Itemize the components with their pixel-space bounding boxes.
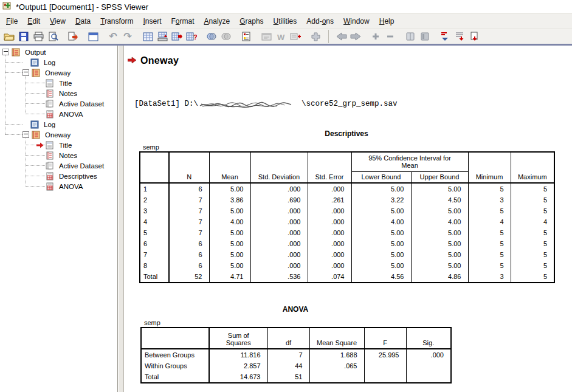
anova-output: ANOVA semp Sum of Squares df Mean Square… bbox=[140, 305, 450, 383]
goto-data-icon[interactable] bbox=[170, 30, 184, 43]
tree-connector bbox=[26, 83, 45, 83]
undo-icon[interactable]: ↶ bbox=[106, 30, 120, 43]
collapse-icon[interactable] bbox=[383, 30, 398, 43]
row-label-cell: 6 bbox=[140, 238, 169, 249]
select-last-output-icon[interactable] bbox=[288, 30, 303, 43]
tree-item-anova[interactable]: ANOVA bbox=[0, 109, 117, 119]
dataset-path-text[interactable]: [DataSet1] D:\\score52_grp_semp.sav bbox=[134, 100, 572, 108]
tree-item-label: Notes bbox=[58, 152, 78, 159]
value-cell: 3.86 bbox=[209, 194, 250, 205]
tree-item-title[interactable]: Title bbox=[0, 78, 117, 88]
menu-help[interactable]: Help bbox=[374, 15, 399, 27]
value-cell: 4.56 bbox=[351, 271, 411, 283]
designate-window-icon[interactable] bbox=[308, 30, 323, 43]
tree-item-label: Active Dataset bbox=[58, 162, 105, 170]
forward-icon[interactable] bbox=[348, 30, 363, 43]
tree-item-oneway[interactable]: Oneway bbox=[0, 67, 117, 78]
export-output-icon[interactable] bbox=[66, 30, 80, 43]
anova-layer-label: semp bbox=[140, 319, 450, 326]
menu-graphs[interactable]: Graphs bbox=[235, 15, 268, 27]
table-row: 865.00.000.0005.005.0055 bbox=[140, 260, 554, 271]
value-cell: 5 bbox=[468, 238, 511, 249]
toolbar-group bbox=[86, 30, 100, 43]
row-label-cell: 4 bbox=[140, 216, 169, 227]
value-cell: 4 bbox=[468, 216, 511, 227]
tree-item-log[interactable]: Log bbox=[0, 119, 117, 129]
menu-transform[interactable]: Transform bbox=[95, 15, 138, 27]
tree-item-active-dataset[interactable]: Active Dataset bbox=[0, 98, 117, 109]
weight-cases-icon[interactable]: W bbox=[274, 30, 288, 43]
pane-splitter[interactable] bbox=[118, 46, 124, 392]
value-cell: .000 bbox=[308, 249, 351, 260]
redo-icon[interactable]: ↷ bbox=[120, 30, 135, 43]
insert-heading-icon[interactable] bbox=[452, 30, 467, 43]
show-output-icon[interactable] bbox=[403, 30, 418, 43]
recall-dialogs-icon[interactable] bbox=[86, 30, 100, 43]
goto-case-icon[interactable] bbox=[155, 30, 170, 43]
anova-table[interactable]: Sum of Squares df Mean Square F Sig. Bet… bbox=[140, 327, 452, 383]
menu-edit[interactable]: Edit bbox=[22, 15, 45, 27]
menu-analyze[interactable]: Analyze bbox=[199, 15, 235, 27]
value-cell: 25.995 bbox=[364, 349, 406, 360]
menu-insert[interactable]: Insert bbox=[138, 15, 166, 27]
current-item-arrow-icon bbox=[128, 57, 137, 64]
hide-output-icon[interactable] bbox=[418, 30, 432, 43]
split-file-icon[interactable] bbox=[259, 30, 274, 43]
value-cell: 6 bbox=[169, 260, 209, 271]
book-icon bbox=[32, 131, 41, 139]
collapse-expander-icon[interactable] bbox=[22, 131, 29, 138]
menu-utilities[interactable]: Utilities bbox=[269, 15, 302, 27]
back-icon[interactable] bbox=[334, 30, 348, 43]
output-pane: Oneway [DataSet1] D:\\score52_grp_semp.s… bbox=[124, 46, 572, 392]
collapse-expander-icon[interactable] bbox=[22, 69, 29, 76]
menu-window[interactable]: Window bbox=[339, 15, 374, 27]
tree-item-notes[interactable]: Notes bbox=[0, 88, 117, 98]
insert-text-icon[interactable] bbox=[467, 30, 481, 43]
tree-item-log[interactable]: Log bbox=[0, 57, 117, 67]
print-icon[interactable] bbox=[31, 30, 46, 43]
tree-item-label: ANOVA bbox=[58, 183, 84, 190]
dataset-icon bbox=[46, 162, 55, 170]
value-cell: 5.00 bbox=[209, 183, 250, 194]
menu-add-ons[interactable]: Add-ons bbox=[302, 15, 339, 27]
menu-file[interactable]: File bbox=[1, 15, 22, 27]
value-cell: 5.00 bbox=[411, 205, 468, 216]
value-cell: 5 bbox=[511, 260, 554, 271]
select-cases-icon[interactable] bbox=[204, 30, 219, 43]
tree-item-output[interactable]: Output bbox=[0, 47, 117, 57]
menu-view[interactable]: View bbox=[45, 15, 71, 27]
column-header-df: df bbox=[267, 328, 309, 349]
column-header-mean: Mean bbox=[209, 152, 250, 183]
tree-item-label: Active Dataset bbox=[58, 100, 105, 108]
value-cell: 6 bbox=[169, 249, 209, 260]
value-cell: 5.00 bbox=[351, 260, 411, 271]
output-heading-oneway[interactable]: Oneway bbox=[128, 55, 572, 67]
tree-item-oneway[interactable]: Oneway bbox=[0, 129, 117, 140]
tree-item-descriptives[interactable]: Descriptives bbox=[0, 171, 117, 181]
tree-item-notes[interactable]: Notes bbox=[0, 150, 117, 160]
use-sets-icon[interactable] bbox=[239, 30, 253, 43]
value-cell: .000 bbox=[250, 260, 308, 271]
value-cell: 5 bbox=[468, 249, 511, 260]
descriptives-table[interactable]: N Mean Std. Deviation Std. Error 95% Con… bbox=[139, 151, 555, 283]
menu-format[interactable]: Format bbox=[167, 15, 199, 27]
promote-demote-icon[interactable] bbox=[438, 30, 452, 43]
open-icon[interactable] bbox=[2, 30, 16, 43]
menu-data[interactable]: Data bbox=[71, 15, 95, 27]
tree-item-active-dataset[interactable]: Active Dataset bbox=[0, 160, 117, 171]
tree-item-title[interactable]: Title bbox=[0, 140, 117, 150]
row-label-cell: 2 bbox=[140, 194, 169, 205]
value-cell: .000 bbox=[308, 227, 351, 238]
value-cell: 5.00 bbox=[351, 183, 411, 194]
tree-connector bbox=[5, 55, 5, 135]
print-preview-icon[interactable] bbox=[46, 30, 60, 43]
expand-icon[interactable] bbox=[368, 30, 383, 43]
goto-table-icon[interactable] bbox=[140, 30, 155, 43]
merge-files-icon[interactable] bbox=[219, 30, 233, 43]
book-icon bbox=[32, 69, 41, 77]
collapse-expander-icon[interactable] bbox=[2, 49, 9, 55]
save-icon[interactable] bbox=[16, 30, 31, 43]
row-label-cell: 8 bbox=[140, 260, 169, 271]
variables-icon[interactable]: ? bbox=[184, 30, 199, 43]
tree-item-anova[interactable]: ANOVA bbox=[0, 181, 117, 191]
